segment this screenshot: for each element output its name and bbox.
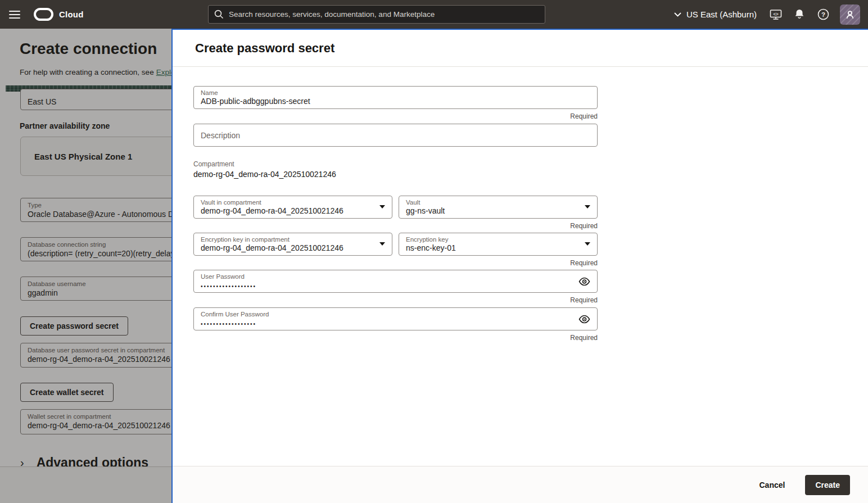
name-field[interactable]: Name ADB-public-adbggpubns-secret	[193, 86, 598, 109]
vault-select[interactable]: Vault gg-ns-vault	[399, 196, 598, 219]
create-button[interactable]: Create	[805, 475, 850, 495]
drawer-footer: Cancel Create	[173, 466, 868, 503]
help-icon[interactable]: ?	[813, 4, 833, 25]
confirm-password-field[interactable]: Confirm User Password ••••••••••••••••••	[193, 307, 598, 330]
user-avatar[interactable]	[840, 4, 860, 25]
cancel-button[interactable]: Cancel	[753, 476, 790, 494]
drawer-title: Create password secret	[195, 41, 334, 56]
dropdown-caret-icon	[379, 242, 385, 246]
show-password-icon[interactable]	[578, 277, 590, 286]
svg-text:?: ?	[821, 11, 825, 18]
topbar: Cloud US East (Ashburn) <>	[0, 0, 868, 29]
show-password-icon[interactable]	[578, 315, 590, 323]
encryption-key-compartment-select[interactable]: Encryption key in compartment demo-rg-04…	[193, 233, 392, 256]
compartment-readonly: Compartment demo-rg-04_demo-ra-04_202510…	[193, 160, 846, 179]
encryption-key-required-hint: Required	[399, 259, 598, 267]
region-label: US East (Ashburn)	[686, 10, 757, 19]
drawer-header: Create password secret	[173, 30, 868, 67]
person-icon	[844, 8, 856, 21]
brand-label: Cloud	[59, 10, 84, 19]
dropdown-caret-icon	[379, 205, 385, 209]
search-input[interactable]	[229, 10, 539, 19]
global-search[interactable]	[208, 5, 545, 24]
user-password-field[interactable]: User Password ••••••••••••••••••	[193, 270, 598, 293]
screen: Cloud US East (Ashburn) <>	[0, 0, 868, 503]
drawer-body: Name ADB-public-adbggpubns-secret Requir…	[173, 67, 868, 466]
search-icon	[214, 10, 224, 19]
chevron-down-icon	[674, 12, 681, 17]
encryption-key-select[interactable]: Encryption key ns-enc-key-01	[399, 233, 598, 256]
confirm-password-required-hint: Required	[193, 334, 598, 342]
dropdown-caret-icon	[585, 205, 590, 209]
svg-text:<>: <>	[773, 11, 779, 16]
create-password-secret-drawer: Create password secret Name ADB-public-a…	[171, 29, 868, 503]
notifications-bell-icon[interactable]	[789, 4, 810, 25]
topbar-right: US East (Ashburn) <> ?	[668, 0, 864, 29]
user-password-required-hint: Required	[193, 296, 598, 304]
region-selector[interactable]: US East (Ashburn)	[668, 10, 762, 19]
oracle-logo-icon[interactable]	[34, 8, 53, 21]
description-field[interactable]: Description	[193, 124, 598, 147]
vault-compartment-select[interactable]: Vault in compartment demo-rg-04_demo-ra-…	[193, 196, 392, 219]
hamburger-menu-icon[interactable]	[2, 0, 27, 29]
name-required-hint: Required	[193, 112, 598, 120]
dropdown-caret-icon	[585, 242, 590, 246]
vault-required-hint: Required	[399, 222, 598, 230]
cloud-shell-icon[interactable]: <>	[766, 4, 786, 25]
